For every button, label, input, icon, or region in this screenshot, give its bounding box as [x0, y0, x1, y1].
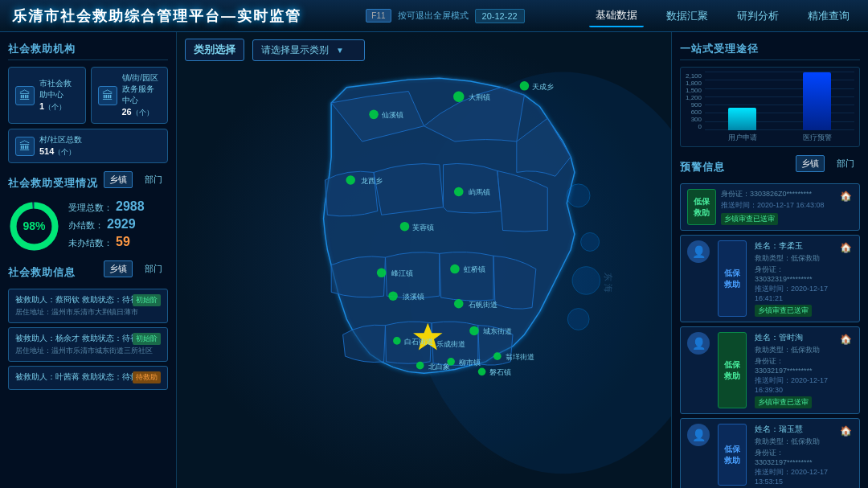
x-label-1: 医疗预警	[803, 133, 832, 143]
bar-group-1	[803, 72, 831, 130]
svg-text:峰江镇: 峰江镇	[391, 269, 413, 277]
stat-done: 办结数： 2929	[68, 217, 168, 232]
svg-text:磐石镇: 磐石镇	[489, 368, 511, 376]
info-status-2: 待救助	[133, 371, 161, 383]
y-label-0: 2,100	[686, 72, 702, 80]
svg-text:乐成街道: 乐成街道	[436, 340, 465, 348]
x-label-0: 用户申请	[728, 133, 757, 143]
warning-name-3: 姓名：瑞玉慧	[755, 424, 835, 435]
chart-bars	[705, 72, 854, 130]
svg-point-12	[400, 222, 410, 232]
handling-tab-dept[interactable]: 部门	[139, 171, 168, 188]
warning-info-1: 姓名：李柔玉 救助类型：低保救助 身份证：33032319********* 推…	[755, 240, 835, 317]
institution-info-0: 市社会救助中心 1（个）	[39, 78, 79, 113]
warning-card-1: 👤 低保救助 姓名：李柔玉 救助类型：低保救助 身份证：33032319****…	[680, 235, 860, 322]
handling-stats: 受理总数： 2988 办结数： 2929 未办结数： 59	[68, 199, 168, 252]
svg-text:虹桥镇: 虹桥镇	[464, 265, 485, 273]
info-address-1: 居住地址：温州市乐清市城东街道三所社区	[15, 346, 161, 356]
category-select[interactable]: 请选择显示类别 ▼	[252, 39, 365, 61]
app-header: 乐清市社会救助综合管理平台—实时监管 F11 按可退出全屏模式 20-12-22…	[0, 0, 868, 32]
warning-tab-dept[interactable]: 部门	[831, 155, 860, 172]
institution-label-1: 镇/街/园区政务服务中心	[122, 72, 162, 106]
svg-text:城东街道: 城东街道	[482, 327, 512, 335]
y-label-3: 1,200	[686, 94, 702, 101]
info-card-0: 被救助人：蔡冏钦 救助状态：待初审 居住地址：温州市乐清市大荆镇日薄市 初始阶	[8, 289, 168, 323]
institution-section-title: 社会救助机构	[8, 39, 168, 60]
warning-badge-2: 低保救助	[718, 332, 747, 408]
svg-text:大荆镇: 大荆镇	[469, 93, 490, 101]
warning-badge-0: 低保救助	[687, 189, 716, 225]
institution-unit-2: （个）	[54, 148, 76, 156]
warning-name-1: 姓名：李柔玉	[755, 240, 835, 252]
svg-point-37	[581, 232, 600, 251]
chart-area: 2,100 1,800 1,500 1,200 900 600 300 0	[680, 67, 860, 147]
y-label-4: 900	[691, 101, 702, 109]
home-icon-0: 🏠	[840, 191, 852, 202]
warning-aid-3: 救助类型：低保救助	[755, 437, 835, 447]
home-icon-1: 🏠	[840, 242, 852, 253]
info-card-2: 被救助人：叶茜蒋 救助状态：待救助 待救助	[8, 366, 168, 390]
bar-group-0	[728, 108, 756, 130]
warning-avatar-2: 👤	[687, 332, 710, 355]
warning-name-2: 姓名：管时淘	[755, 332, 835, 343]
svg-text:柳市镇: 柳市镇	[459, 359, 481, 367]
y-label-6: 300	[691, 116, 702, 123]
warning-id-2: 身份证：33032197*********	[755, 356, 835, 375]
institution-count-1: 26	[122, 107, 132, 117]
svg-point-32	[493, 352, 502, 360]
institution-info-2: 村/社区总数 514（个）	[39, 134, 82, 158]
svg-text:东 海: 东 海	[604, 273, 613, 293]
warning-time-0: 推送时间：2020-12-17 16:43:08	[721, 200, 835, 211]
app-title: 乐清市社会救助综合管理平台—实时监管	[12, 6, 301, 26]
stat-total: 受理总数： 2988	[68, 199, 168, 214]
warning-card-2: 👤 低保救助 姓名：管时淘 救助类型：低保救助 身份证：33032197****…	[680, 326, 860, 414]
warning-tab-township[interactable]: 乡镇	[796, 155, 825, 172]
svg-point-4	[453, 92, 464, 102]
chart-y-axis: 2,100 1,800 1,500 1,200 900 600 300 0	[686, 72, 702, 130]
institution-unit-1: （个）	[132, 109, 154, 117]
svg-point-16	[450, 265, 460, 274]
donut-chart: 98%	[8, 200, 60, 252]
info-tabs: 乡镇 部门	[104, 260, 168, 277]
handling-section: 社会救助受理情况 乡镇 部门 98% 受理总数： 298	[8, 171, 168, 252]
chart-title: 一站式受理途径	[680, 39, 860, 60]
info-status-0: 初始阶	[133, 294, 161, 306]
warning-badge-3: 低保救助	[718, 424, 747, 486]
map-svg: 大荆镇 仙溪镇 龙西乡 屿馬镇 芙蓉镇 峰江镇	[177, 32, 671, 488]
handling-tabs: 乡镇 部门	[104, 171, 168, 188]
stat-done-value: 2929	[107, 217, 136, 232]
info-tab-township[interactable]: 乡镇	[104, 260, 133, 277]
svg-point-8	[346, 175, 355, 185]
chart-section: 一站式受理途径 2,100 1,800 1,500 1,200	[680, 39, 860, 147]
nav-item-analysis[interactable]: 研判分析	[731, 6, 785, 27]
stat-total-label: 受理总数：	[68, 202, 113, 214]
map-header: 类别选择 请选择显示类别 ▼	[185, 39, 663, 61]
svg-point-26	[393, 337, 401, 345]
warning-home-2: 🏠	[840, 332, 853, 408]
warning-avatar-1: 👤	[687, 240, 710, 263]
warning-id-0: 身份证：3303826Z0*********	[721, 189, 835, 199]
fullscreen-hint: 按可退出全屏模式	[398, 10, 469, 22]
info-tab-dept[interactable]: 部门	[139, 260, 168, 277]
warning-time-3: 推送时间：2020-12-17 13:53:15	[755, 467, 835, 486]
stat-pending-value: 59	[116, 235, 130, 249]
svg-text:仙溪镇: 仙溪镇	[382, 111, 403, 119]
date-badge: 20-12-22	[475, 9, 525, 23]
warning-aid-2: 救助类型：低保救助	[755, 345, 835, 355]
nav-item-basic-data[interactable]: 基础数据	[589, 5, 644, 27]
nav-item-search[interactable]: 精准查询	[801, 6, 856, 27]
stat-pending: 未办结数： 59	[68, 235, 168, 249]
warning-card-3: 👤 低保救助 姓名：瑞玉慧 救助类型：低保救助 身份证：33032197****…	[680, 418, 860, 488]
stat-done-label: 办结数：	[68, 219, 104, 232]
main-content: 社会救助机构 🏛 市社会救助中心 1（个） 🏛 镇/街/园区政务服务中心 26（…	[0, 32, 868, 488]
svg-point-10	[454, 187, 464, 197]
center-panel: 类别选择 请选择显示类别 ▼	[177, 32, 671, 488]
bar-medical-warning	[803, 72, 831, 130]
svg-text:芙蓉镇: 芙蓉镇	[412, 223, 434, 232]
handling-header: 社会救助受理情况 乡镇 部门	[8, 171, 168, 195]
nav-item-data-collection[interactable]: 数据汇聚	[660, 6, 714, 27]
svg-point-41	[520, 81, 530, 91]
left-panel: 社会救助机构 🏛 市社会救助中心 1（个） 🏛 镇/街/园区政务服务中心 26（…	[0, 32, 177, 488]
handling-tab-township[interactable]: 乡镇	[104, 171, 133, 188]
info-status-1: 初始阶	[133, 333, 161, 345]
